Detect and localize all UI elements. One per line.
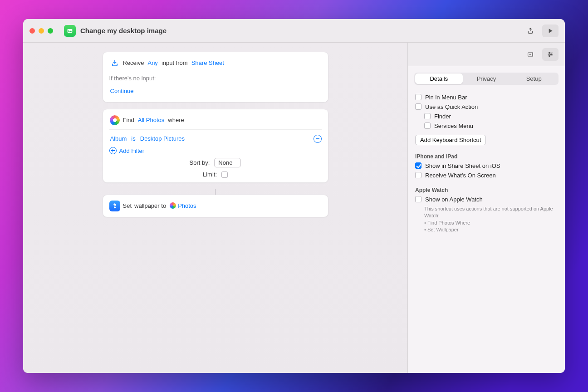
inspector-sidebar: Details Privacy Setup Pin in Menu Bar Us… — [408, 43, 565, 373]
sort-by-label: Sort by: — [190, 159, 210, 166]
label-find: Find — [123, 114, 134, 127]
input-icon — [109, 58, 120, 69]
window-controls — [29, 28, 53, 34]
label-wallpaper-to: wallpaper to — [134, 200, 166, 212]
shortcuts-editor-window: Change my desktop image Receive Any inpu… — [23, 19, 565, 373]
svg-point-6 — [549, 55, 550, 57]
filter-value[interactable]: Desktop Pictures — [139, 132, 186, 145]
share-button[interactable] — [522, 24, 539, 37]
label-quick-action: Use as Quick Action — [425, 103, 478, 110]
label-show-on-watch: Show on Apple Watch — [425, 196, 483, 203]
inspector-button[interactable] — [542, 48, 559, 61]
label-where: where — [168, 114, 184, 127]
label-set: Set — [123, 200, 132, 212]
workflow-canvas[interactable]: Receive Any input from Share Sheet If th… — [23, 43, 408, 373]
remove-filter-button[interactable] — [314, 135, 322, 143]
window-title: Change my desktop image — [80, 27, 167, 34]
label-pin-menu-bar: Pin in Menu Bar — [425, 94, 467, 101]
tab-privacy[interactable]: Privacy — [463, 74, 510, 84]
label-receive-on-screen: Receive What's On Screen — [425, 172, 496, 179]
filter-op[interactable]: is — [130, 132, 136, 145]
library-button[interactable] — [522, 48, 539, 61]
details-panel: Pin in Menu Bar Use as Quick Action Find… — [408, 91, 565, 238]
add-filter-label: Add Filter — [119, 147, 145, 154]
token-collection[interactable]: All Photos — [137, 114, 166, 127]
connector — [215, 189, 216, 195]
check-quick-action[interactable] — [415, 103, 421, 110]
svg-point-2 — [114, 206, 116, 208]
action-receive-input[interactable]: Receive Any input from Share Sheet If th… — [103, 52, 328, 103]
section-iphone-ipad: iPhone and iPad — [415, 153, 558, 160]
token-input-types[interactable]: Any — [147, 57, 158, 69]
label-receive: Receive — [123, 57, 144, 69]
fullscreen-button[interactable] — [48, 28, 53, 34]
label-finder: Finder — [434, 113, 451, 120]
section-apple-watch: Apple Watch — [415, 187, 558, 193]
svg-rect-0 — [68, 29, 73, 33]
check-share-sheet-ios[interactable] — [415, 162, 421, 169]
plus-circle-icon — [109, 147, 117, 154]
check-show-on-watch[interactable] — [415, 196, 421, 202]
inspector-tabs: Details Privacy Setup — [414, 73, 559, 85]
tab-setup[interactable]: Setup — [510, 74, 558, 84]
action-set-wallpaper[interactable]: Set wallpaper to Photos — [103, 195, 328, 217]
label-share-sheet-ios: Show in Share Sheet on iOS — [425, 162, 500, 169]
svg-point-1 — [68, 29, 69, 30]
check-finder[interactable] — [424, 113, 431, 119]
svg-point-4 — [549, 52, 550, 54]
token-no-input-action[interactable]: Continue — [109, 85, 135, 98]
sort-by-select[interactable]: None — [214, 158, 241, 167]
run-button[interactable] — [542, 24, 559, 37]
check-pin-menu-bar[interactable] — [415, 94, 421, 100]
label-no-input: If there's no input: — [109, 72, 156, 85]
watch-unsupported-note: This shortcut uses actions that are not … — [424, 206, 558, 234]
token-source[interactable]: Share Sheet — [191, 57, 225, 69]
label-services-menu: Services Menu — [434, 122, 473, 129]
check-receive-on-screen[interactable] — [415, 172, 421, 178]
add-keyboard-shortcut-button[interactable]: Add Keyboard Shortcut — [415, 135, 486, 145]
filter-field[interactable]: Album — [109, 132, 128, 145]
action-find-photos[interactable]: Find All Photos where Album is Desktop P… — [103, 109, 328, 183]
photos-app-icon — [109, 115, 120, 126]
close-button[interactable] — [29, 28, 35, 34]
add-filter-button[interactable]: Add Filter — [109, 147, 322, 154]
photos-mini-icon — [170, 202, 176, 209]
check-services-menu[interactable] — [424, 122, 431, 129]
titlebar: Change my desktop image — [23, 19, 565, 43]
label-input-from: input from — [162, 57, 188, 69]
limit-label: Limit: — [203, 171, 217, 178]
svg-point-5 — [551, 54, 552, 55]
token-wallpaper-source[interactable]: Photos — [169, 200, 197, 212]
shortcut-icon — [64, 25, 76, 37]
tab-details[interactable]: Details — [415, 74, 463, 84]
sidebar-toolbar — [408, 43, 565, 66]
limit-checkbox[interactable] — [221, 172, 228, 178]
minimize-button[interactable] — [39, 28, 44, 34]
wallpaper-action-icon — [109, 201, 120, 211]
